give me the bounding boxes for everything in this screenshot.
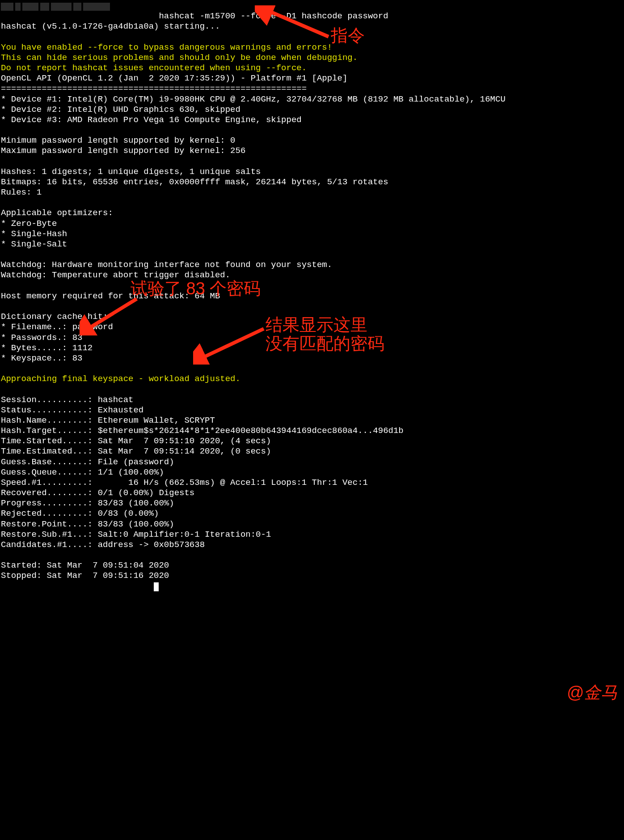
opt-line: * Single-Salt: [1, 239, 67, 249]
status-line: Status...........: Exhausted: [1, 405, 143, 415]
watchdog-line: Watchdog: Temperature abort trigger disa…: [1, 270, 230, 280]
status-line: Hash.Name........: Ethereum Wallet, SCRY…: [1, 416, 215, 425]
cache-line: * Passwords.: 83: [1, 333, 82, 343]
opt-line: * Single-Hash: [1, 229, 67, 239]
status-line: Restore.Sub.#1...: Salt:0 Amplifier:0-1 …: [1, 530, 271, 539]
status-line: Speed.#1.........: 16 H/s (662.53ms) @ A…: [1, 478, 368, 488]
cache-line: * Bytes.....: 1112: [1, 343, 93, 353]
warn-line: This can hide serious problems and shoul…: [1, 53, 358, 63]
device-line: * Device #3: AMD Radeon Pro Vega 16 Comp…: [1, 115, 302, 125]
prompt-spacer: [1, 581, 154, 591]
status-line: Candidates.#1....: address -> 0x0b573638: [1, 540, 205, 550]
opt-line: * Zero-Byte: [1, 219, 57, 229]
platform-line: OpenCL API (OpenCL 1.2 (Jan 2 2020 17:35…: [1, 73, 347, 83]
annotation-result: 结果显示这里 没有匹配的密码: [266, 316, 384, 353]
opt-title: Applicable optimizers:: [1, 208, 113, 218]
approach-line: Approaching final keyspace - workload ad…: [1, 374, 240, 384]
status-line: Time.Started.....: Sat Mar 7 09:51:10 20…: [1, 436, 271, 446]
status-line: Guess.Queue......: 1/1 (100.00%): [1, 467, 164, 477]
cache-line: * Keyspace..: 83: [1, 353, 82, 363]
cache-title: Dictionary cache hit:: [1, 312, 108, 322]
status-line: Hash.Target......: $ethereum$s*262144*8*…: [1, 426, 404, 436]
terminal-output: hashcat -m15700 --force -D1 hashcode pas…: [0, 0, 624, 721]
hash-line: Bitmaps: 16 bits, 65536 entries, 0x0000f…: [1, 177, 388, 187]
cursor: [154, 582, 159, 591]
time-line: Stopped: Sat Mar 7 09:51:16 2020: [1, 571, 169, 581]
time-line: Started: Sat Mar 7 09:51:04 2020: [1, 560, 169, 570]
device-line: * Device #2: Intel(R) UHD Graphics 630, …: [1, 105, 240, 115]
status-line: Time.Estimated...: Sat Mar 7 09:51:14 20…: [1, 446, 271, 456]
cache-line: * Filename..: password: [1, 322, 113, 332]
command-line: hashcat -m15700 --force -D1 hashcode pas…: [159, 11, 388, 21]
arrow-icon: [255, 5, 335, 41]
status-line: Session..........: hashcat: [1, 395, 133, 405]
watchdog-line: Watchdog: Hardware monitoring interface …: [1, 260, 332, 270]
svg-line-2: [199, 329, 264, 359]
status-line: Progress.........: 83/83 (100.00%): [1, 498, 174, 508]
maxlen-line: Maximum password length supported by ker…: [1, 146, 245, 156]
status-line: Restore.Point....: 83/83 (100.00%): [1, 519, 174, 529]
arrow-icon: [193, 324, 269, 365]
status-line: Rejected.........: 0/83 (0.00%): [1, 509, 159, 518]
hash-line: Rules: 1: [1, 187, 42, 197]
prompt-spacer: [1, 11, 159, 21]
annotation-command: 指令: [331, 25, 365, 46]
minlen-line: Minimum password length supported by ker…: [1, 136, 236, 145]
status-line: Recovered........: 0/1 (0.00%) Digests: [1, 488, 194, 498]
hostmem-line: Host memory required for this attack: 64…: [1, 291, 220, 301]
status-line: Guess.Base.......: File (password): [1, 457, 174, 467]
warn-line: Do not report hashcat issues encountered…: [1, 63, 307, 73]
redacted-prompt: [1, 3, 110, 11]
start-line: hashcat (v5.1.0-1726-ga4db1a0a) starting…: [1, 21, 220, 31]
hash-line: Hashes: 1 digests; 1 unique digests, 1 u…: [1, 167, 261, 177]
annotation-signature: @金马: [566, 682, 618, 703]
warn-line: You have enabled --force to bypass dange…: [1, 42, 332, 52]
device-line: * Device #1: Intel(R) Core(TM) i9-9980HK…: [1, 94, 506, 104]
hr-line: ========================================…: [1, 84, 307, 93]
